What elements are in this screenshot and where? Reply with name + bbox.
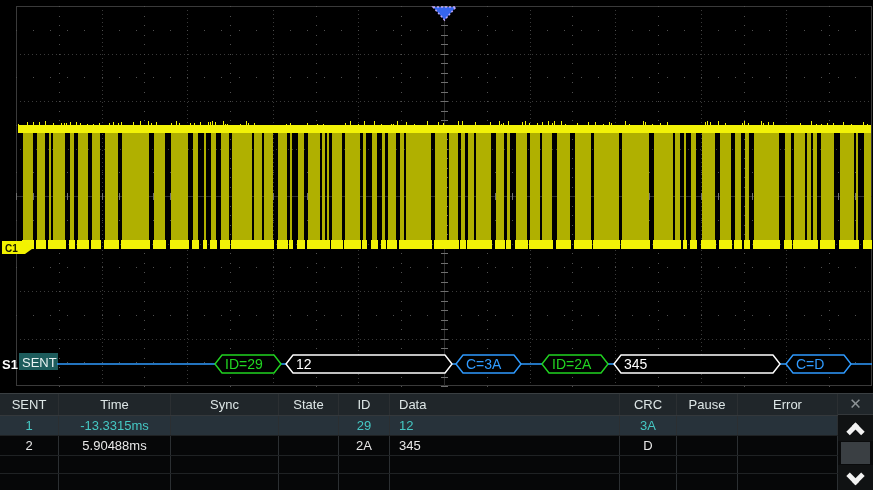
- decode-frame-label: 12: [296, 356, 312, 372]
- column-header-error: Error: [738, 394, 838, 415]
- table-cell[interactable]: 3A: [620, 416, 677, 435]
- table-cell[interactable]: [738, 416, 838, 435]
- table-row-1[interactable]: 1-13.3315ms29123A: [0, 416, 838, 436]
- table-cell[interactable]: [0, 474, 59, 490]
- scroll-down-button[interactable]: [838, 465, 873, 490]
- table-cell[interactable]: [171, 436, 279, 455]
- channel-label: C1: [5, 243, 18, 254]
- column-header-data: Data: [390, 394, 620, 415]
- decode-frame-label: ID=29: [225, 356, 263, 372]
- table-row-4[interactable]: [0, 474, 838, 490]
- table-row-2[interactable]: 25.90488ms2A345D: [0, 436, 838, 456]
- decode-frame-crc: C=3A: [456, 355, 521, 373]
- table-cell[interactable]: [0, 456, 59, 473]
- table-cell[interactable]: 5.90488ms: [59, 436, 171, 455]
- column-header-crc: CRC: [620, 394, 677, 415]
- table-cell[interactable]: [171, 456, 279, 473]
- decode-table-body: SENTTimeSyncStateIDDataCRCPauseError1-13…: [0, 394, 838, 490]
- table-cell[interactable]: [620, 456, 677, 473]
- table-cell[interactable]: 1: [0, 416, 59, 435]
- column-header-time: Time: [59, 394, 171, 415]
- table-cell[interactable]: [738, 456, 838, 473]
- table-cell[interactable]: [59, 474, 171, 490]
- table-cell[interactable]: [339, 474, 390, 490]
- channel-marker-c1[interactable]: C1: [2, 241, 34, 254]
- chevron-down-icon: [846, 467, 864, 485]
- column-header-pause: Pause: [677, 394, 738, 415]
- table-cell[interactable]: -13.3315ms: [59, 416, 171, 435]
- table-cell[interactable]: [738, 474, 838, 490]
- column-header-sync: Sync: [171, 394, 279, 415]
- decode-protocol-label: SENT: [22, 355, 57, 370]
- table-cell[interactable]: 29: [339, 416, 390, 435]
- table-cell[interactable]: [171, 474, 279, 490]
- table-cell[interactable]: [620, 474, 677, 490]
- table-cell[interactable]: [677, 474, 738, 490]
- decode-frame-id: ID=29: [215, 355, 281, 373]
- chevron-up-icon: [846, 423, 864, 441]
- table-header-row: SENTTimeSyncStateIDDataCRCPauseError: [0, 394, 838, 416]
- table-cell[interactable]: [677, 436, 738, 455]
- decode-source-label: S1: [2, 357, 18, 372]
- decode-frame-label: C=D: [796, 356, 824, 372]
- table-cell[interactable]: 2A: [339, 436, 390, 455]
- table-cell[interactable]: [339, 456, 390, 473]
- table-cell[interactable]: [279, 456, 339, 473]
- decode-frame-label: ID=2A: [552, 356, 592, 372]
- table-cell[interactable]: 2: [0, 436, 59, 455]
- column-header-sent: SENT: [0, 394, 59, 415]
- scroll-up-button[interactable]: [838, 415, 873, 441]
- close-icon: ✕: [849, 395, 862, 413]
- decode-frame-label: C=3A: [466, 356, 502, 372]
- trigger-marker[interactable]: [433, 7, 456, 20]
- table-cell[interactable]: [279, 474, 339, 490]
- table-cell[interactable]: [738, 436, 838, 455]
- table-scrollbar: ✕: [838, 394, 873, 490]
- table-close-button[interactable]: ✕: [838, 394, 873, 415]
- decode-frame-data: 12: [286, 355, 452, 373]
- table-cell[interactable]: D: [620, 436, 677, 455]
- scrollbar-thumb[interactable]: [841, 442, 870, 464]
- decode-frame-crc: C=D: [786, 355, 851, 373]
- table-row-3[interactable]: [0, 456, 838, 474]
- decode-bus: S1 SENT ID=2912C=3AID=2A345C=D: [2, 353, 872, 373]
- table-cell[interactable]: [59, 456, 171, 473]
- oscilloscope-screen: C1 S1 SENT ID=2912C=3AID=2A345C=D SENTTi…: [0, 0, 873, 490]
- table-cell[interactable]: [279, 436, 339, 455]
- decode-frame-label: 345: [624, 356, 648, 372]
- table-cell[interactable]: [677, 416, 738, 435]
- table-cell[interactable]: [390, 456, 620, 473]
- column-header-state: State: [279, 394, 339, 415]
- column-header-id: ID: [339, 394, 390, 415]
- table-cell[interactable]: [390, 474, 620, 490]
- display-overlay: C1 S1 SENT ID=2912C=3AID=2A345C=D: [0, 0, 873, 392]
- decode-frame-data: 345: [614, 355, 780, 373]
- table-cell[interactable]: 12: [390, 416, 620, 435]
- decode-frame-id: ID=2A: [542, 355, 608, 373]
- table-cell[interactable]: [171, 416, 279, 435]
- table-cell[interactable]: [279, 416, 339, 435]
- table-cell[interactable]: [677, 456, 738, 473]
- decode-result-table: SENTTimeSyncStateIDDataCRCPauseError1-13…: [0, 393, 873, 490]
- table-cell[interactable]: 345: [390, 436, 620, 455]
